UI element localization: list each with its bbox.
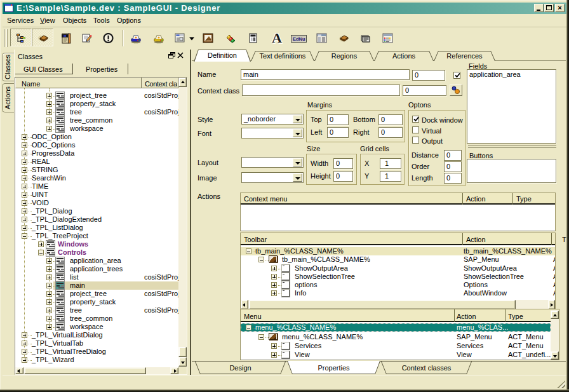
svg-text:EdNu: EdNu (293, 36, 305, 42)
